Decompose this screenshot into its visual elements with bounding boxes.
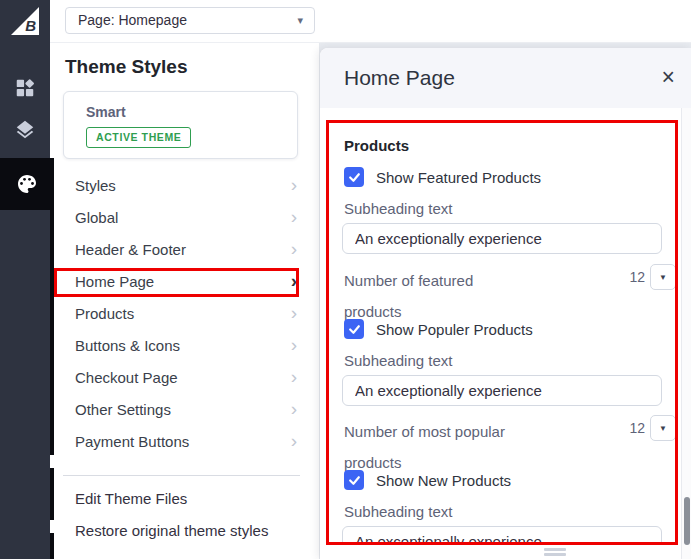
- subheading-label: Subheading text: [344, 503, 452, 520]
- sidebar-edge-strip: [50, 468, 54, 520]
- divider: [63, 475, 300, 476]
- chevron-right-icon: ›: [286, 202, 302, 232]
- drag-handle[interactable]: [544, 548, 566, 558]
- page-builder-screen: B Page: Home: [0, 0, 691, 559]
- menu-item-label: Payment Buttons: [75, 426, 189, 458]
- topbar: Page: Homepage ▾: [50, 0, 691, 43]
- menu-item-styles[interactable]: Styles ›: [50, 170, 320, 202]
- restore-theme-styles-link[interactable]: Restore original theme styles: [75, 522, 268, 539]
- chevron-down-icon: ▼: [659, 424, 667, 433]
- layers-icon-glyph: [14, 119, 36, 141]
- home-page-settings-drawer: Home Page × Products Show Featured Produ…: [320, 48, 691, 559]
- subheading-label: Subheading text: [344, 200, 452, 217]
- checkmark-icon: [348, 474, 361, 487]
- subheading-input-featured[interactable]: [342, 223, 662, 254]
- sidebar-edge-strip: [50, 533, 54, 559]
- theme-styles-panel: Theme Styles Smart ACTIVE THEME Styles ›…: [50, 43, 320, 559]
- page-selector-value: Page: Homepage: [78, 8, 187, 33]
- close-icon[interactable]: ×: [662, 62, 675, 92]
- count-label: Number of most popular products: [344, 416, 534, 478]
- bigcommerce-logo[interactable]: B: [11, 7, 39, 35]
- chevron-right-icon: ›: [286, 330, 302, 360]
- menu-item-label: Buttons & Icons: [75, 330, 180, 362]
- checkbox-label[interactable]: Show Featured Products: [376, 168, 541, 188]
- menu-item-label: Other Settings: [75, 394, 171, 426]
- logo-letter: B: [25, 17, 36, 34]
- palette-icon-glyph: [15, 172, 39, 196]
- scrollbar-thumb[interactable]: [684, 497, 690, 545]
- chevron-right-icon: ›: [286, 394, 302, 424]
- checkbox-label[interactable]: Show New Products: [376, 471, 511, 491]
- chevron-down-icon: ▼: [659, 273, 667, 282]
- checkmark-icon: [348, 323, 361, 336]
- chevron-right-icon: ›: [286, 170, 302, 200]
- checkmark-icon: [348, 171, 361, 184]
- show-new-products-checkbox[interactable]: [344, 470, 364, 490]
- checkbox-label[interactable]: Show Populer Products: [376, 320, 533, 340]
- show-popular-products-checkbox[interactable]: [344, 319, 364, 339]
- menu-item-label: Home Page: [75, 266, 154, 298]
- menu-item-payment-buttons[interactable]: Payment Buttons ›: [50, 426, 320, 458]
- menu-item-label: Products: [75, 298, 134, 330]
- menu-item-other-settings[interactable]: Other Settings ›: [50, 394, 320, 426]
- active-theme-badge: ACTIVE THEME: [86, 127, 191, 148]
- theme-name: Smart: [86, 104, 126, 120]
- settings-highlight-box: Products Show Featured Products Subheadi…: [326, 120, 678, 545]
- chevron-right-icon: ›: [286, 298, 302, 328]
- count-value: 12: [599, 269, 645, 285]
- chevron-right-icon: ›: [286, 266, 302, 296]
- theme-styles-palette-icon[interactable]: [0, 158, 54, 210]
- app-sidebar: B: [0, 0, 50, 559]
- drawer-header: Home Page ×: [320, 48, 691, 108]
- drawer-title: Home Page: [344, 48, 455, 108]
- count-label: Number of featured products: [344, 265, 534, 327]
- menu-item-home-page[interactable]: Home Page ›: [50, 266, 320, 298]
- count-value: 12: [599, 420, 645, 436]
- count-dropdown-button[interactable]: ▼: [650, 415, 676, 441]
- menu-item-label: Checkout Page: [75, 362, 178, 394]
- chevron-right-icon: ›: [286, 362, 302, 392]
- menu-item-label: Styles: [75, 170, 116, 202]
- edit-theme-files-link[interactable]: Edit Theme Files: [75, 490, 187, 507]
- panel-title: Theme Styles: [65, 56, 188, 78]
- subheading-label: Subheading text: [344, 352, 452, 369]
- section-title: Products: [344, 137, 409, 154]
- widgets-icon-glyph: [14, 77, 36, 99]
- chevron-right-icon: ›: [286, 234, 302, 264]
- chevron-down-icon: ▾: [297, 8, 303, 33]
- active-theme-card[interactable]: Smart ACTIVE THEME: [63, 91, 298, 159]
- widgets-icon[interactable]: [0, 68, 50, 108]
- menu-item-header-footer[interactable]: Header & Footer ›: [50, 234, 320, 266]
- chevron-right-icon: ›: [286, 426, 302, 456]
- menu-item-global[interactable]: Global ›: [50, 202, 320, 234]
- layers-icon[interactable]: [0, 110, 50, 150]
- menu-item-products[interactable]: Products ›: [50, 298, 320, 330]
- page-selector-dropdown[interactable]: Page: Homepage ▾: [65, 7, 315, 34]
- menu-item-buttons-icons[interactable]: Buttons & Icons ›: [50, 330, 320, 362]
- show-featured-products-checkbox[interactable]: [344, 167, 364, 187]
- count-dropdown-button[interactable]: ▼: [650, 264, 676, 290]
- menu-item-checkout-page[interactable]: Checkout Page ›: [50, 362, 320, 394]
- subheading-input-popular[interactable]: [342, 375, 662, 406]
- subheading-input-new[interactable]: [342, 526, 662, 545]
- menu-item-label: Header & Footer: [75, 234, 186, 266]
- scrollbar-track[interactable]: [681, 108, 691, 559]
- menu-item-label: Global: [75, 202, 118, 234]
- sidebar-edge-strip: [50, 210, 54, 455]
